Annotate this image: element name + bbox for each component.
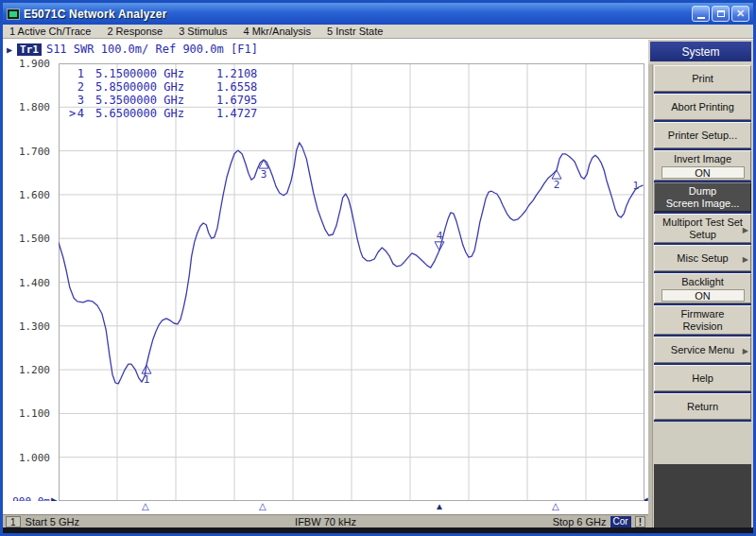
y-axis-label: 1.100 [3, 407, 50, 420]
softkey-abort-printing[interactable]: Abort Printing [654, 94, 751, 120]
softkey-value-box: ON [662, 166, 745, 179]
marker-number: 4 [77, 107, 84, 120]
trace-status-line: ▶ Tr1 S11 SWR 100.0m/ Ref 900.0m [F1] [3, 40, 648, 59]
submenu-arrow-icon: ▶ [743, 345, 748, 357]
softkey-scroll-rail[interactable] [648, 64, 653, 533]
statusbar: 1 Start 5 GHz IFBW 70 kHz Stop 6 GHz Cor… [3, 514, 648, 527]
restore-button[interactable] [712, 6, 730, 22]
marker-row: 25.8500000 GHz1.6558 [69, 80, 257, 94]
marker-select-indicator [69, 94, 77, 107]
marker-frequency: 5.8500000 GHz [95, 80, 205, 94]
marker-icon [552, 170, 561, 179]
restore-icon [717, 10, 725, 17]
y-axis-label: 1.800 [3, 101, 50, 113]
softkey-backlight[interactable]: Backlight ON [654, 273, 751, 303]
ifbw-readout: IFBW 70 kHz [3, 516, 648, 527]
softkey-printer-setup[interactable]: Printer Setup... [654, 122, 751, 148]
softkey-service-menu[interactable]: Service Menu ▶ [654, 337, 751, 363]
marker-number-label: 2 [554, 179, 560, 191]
window-title: E5071C Network Analyzer [24, 8, 690, 21]
instrument-screen: ▶ Tr1 S11 SWR 100.0m/ Ref 900.0m [F1] 1.… [3, 40, 648, 527]
marker-value: 1.6795 [216, 94, 257, 107]
marker-number: 2 [77, 80, 84, 94]
softkey-return[interactable]: Return [654, 393, 751, 420]
stop-frequency: Stop 6 GHz [553, 516, 607, 527]
softkey-panel: System Print Abort Printing Printer Setu… [648, 40, 753, 533]
y-axis-label: 1.900 [3, 58, 50, 70]
x-axis-marker-strip: △△△▲ [3, 501, 648, 514]
active-marker-tick-icon: ▲ [435, 502, 444, 511]
marker-number: 3 [77, 94, 84, 107]
marker-value: 1.2108 [216, 67, 257, 80]
trace-badge[interactable]: Tr1 [17, 43, 42, 56]
start-frequency: Start 5 GHz [26, 516, 79, 527]
y-axis-label: 1.700 [3, 146, 50, 158]
close-icon: ✕ [736, 9, 745, 19]
marker-frequency: 5.6500000 GHz [95, 107, 205, 120]
softkey-misc-setup[interactable]: Misc Setup ▶ [654, 245, 751, 271]
softkey-menu-title: System [650, 42, 751, 61]
y-axis-label: 1.500 [3, 233, 50, 245]
minimize-icon [697, 17, 705, 19]
marker-row: 15.1500000 GHz1.2108 [69, 67, 257, 80]
marker-number: 1 [77, 67, 84, 80]
y-axis-label: 1.000 [3, 452, 50, 464]
app-icon [7, 9, 20, 20]
menu-response[interactable]: 2 Response [107, 26, 163, 37]
menu-instr-state[interactable]: 5 Instr State [327, 26, 383, 37]
bottom-bezel [3, 527, 753, 533]
marker-frequency: 5.3500000 GHz [95, 94, 205, 107]
marker-number-label: 1 [144, 373, 150, 386]
swr-trace-plot: 12341 [59, 63, 644, 501]
marker-value: 1.6558 [216, 80, 257, 94]
softkey-invert-image[interactable]: Invert Image ON [654, 150, 751, 181]
softkey-empty-area [654, 464, 751, 533]
channel-indicator: 1 [6, 516, 21, 527]
trace-end-label: 1 [633, 180, 640, 192]
marker-value: 1.4727 [216, 107, 257, 120]
marker-select-indicator [69, 80, 77, 94]
softkey-help[interactable]: Help [654, 365, 751, 391]
titlebar: E5071C Network Analyzer ✕ [3, 3, 753, 25]
marker-number-label: 4 [437, 230, 443, 242]
minimize-button[interactable] [692, 6, 710, 22]
y-axis-label: 1.400 [3, 277, 50, 289]
marker-row: >45.6500000 GHz1.4727 [69, 107, 257, 120]
correction-badge: Cor [610, 516, 631, 527]
marker-frequency: 5.1500000 GHz [95, 67, 205, 80]
marker-tick-icon: △ [552, 502, 559, 511]
close-button[interactable]: ✕ [731, 6, 749, 22]
y-axis-label: 1.600 [3, 189, 50, 201]
marker-select-indicator: > [69, 107, 77, 120]
app-window: E5071C Network Analyzer ✕ 1 Active Ch/Tr… [0, 0, 756, 536]
menu-stimulus[interactable]: 3 Stimulus [179, 26, 227, 37]
marker-tick-icon: △ [259, 502, 266, 511]
menubar: 1 Active Ch/Trace 2 Response 3 Stimulus … [3, 25, 753, 39]
marker-tick-icon: △ [142, 502, 149, 511]
active-trace-arrow-icon: ▶ [7, 44, 12, 55]
softkey-value-box: ON [662, 289, 745, 302]
menu-mkr-analysis[interactable]: 4 Mkr/Analysis [243, 26, 311, 37]
softkey-multiport-test-set-setup[interactable]: Multiport Test Set Setup ▶ [654, 214, 751, 243]
submenu-arrow-icon: ▶ [743, 253, 748, 266]
marker-row: 35.3500000 GHz1.6795 [69, 94, 257, 107]
softkey-list: Print Abort Printing Printer Setup... In… [654, 65, 751, 422]
alert-indicator: ! [635, 516, 645, 527]
softkey-firmware-revision[interactable]: Firmware Revision [654, 305, 751, 335]
trace-status-text: S11 SWR 100.0m/ Ref 900.0m [F1] [46, 43, 258, 56]
menu-active-ch-trace[interactable]: 1 Active Ch/Trace [9, 26, 91, 37]
softkey-print[interactable]: Print [654, 65, 751, 92]
marker-number-label: 3 [261, 168, 267, 181]
y-axis-label: 1.300 [3, 320, 50, 333]
softkey-dump-screen-image[interactable]: Dump Screen Image... [654, 182, 751, 212]
submenu-arrow-icon: ▶ [743, 224, 748, 236]
marker-select-indicator [69, 67, 77, 80]
y-axis-label: 1.200 [3, 364, 50, 376]
marker-readout-table: 15.1500000 GHz1.2108 25.8500000 GHz1.655… [69, 67, 257, 120]
